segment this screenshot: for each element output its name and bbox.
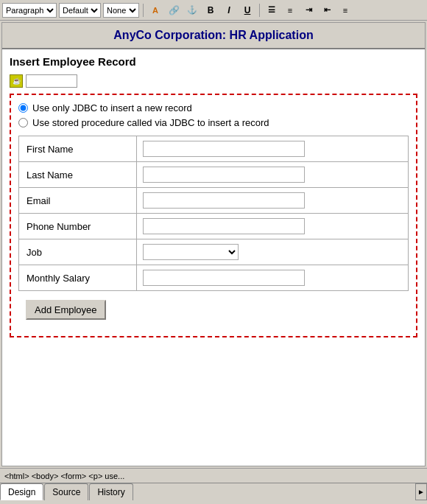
- table-row: First Name: [19, 136, 409, 162]
- paragraph-select[interactable]: Paragraph: [2, 3, 57, 18]
- first-name-label: First Name: [19, 136, 137, 162]
- highlight-btn[interactable]: A: [147, 3, 163, 18]
- email-input[interactable]: [143, 192, 305, 209]
- outdent-btn[interactable]: ⇤: [319, 3, 335, 18]
- tab-history[interactable]: History: [89, 483, 133, 500]
- table-row: Last Name: [19, 162, 409, 188]
- radio-jdbc[interactable]: [18, 103, 28, 113]
- add-employee-button[interactable]: Add Employee: [26, 300, 106, 320]
- email-cell: [137, 188, 409, 214]
- usebean-input[interactable]: [26, 74, 77, 88]
- salary-cell: [137, 265, 409, 291]
- add-btn-row: Add Employee: [18, 291, 409, 329]
- dashed-content-box: Use only JDBC to insert a new record Use…: [10, 94, 417, 337]
- italic-btn[interactable]: I: [221, 3, 237, 18]
- status-path: <html> <body> <form> <p> use...: [4, 472, 124, 480]
- tab-scroll-arrow[interactable]: ►: [415, 483, 427, 500]
- main-area: AnyCo Corporation: HR Application Insert…: [1, 22, 426, 466]
- radio-group: Use only JDBC to insert a new record Use…: [18, 102, 409, 128]
- job-cell: [137, 239, 409, 265]
- radio-jdbc-label[interactable]: Use only JDBC to insert a new record: [18, 102, 409, 113]
- separator-2: [259, 4, 260, 17]
- last-name-cell: [137, 162, 409, 188]
- usebean-icon: ☕: [10, 74, 23, 88]
- phone-label: Phone Number: [19, 214, 137, 239]
- underline-btn[interactable]: U: [239, 3, 255, 18]
- toolbar: Paragraph Default None A 🔗 ⚓ B I U ☰ ≡ ⇥…: [0, 0, 427, 21]
- last-name-label: Last Name: [19, 162, 137, 188]
- job-select[interactable]: [143, 244, 239, 260]
- job-label: Job: [19, 239, 137, 265]
- phone-cell: [137, 214, 409, 239]
- usebean-bar: ☕: [2, 71, 425, 91]
- bottom-tabs: Design Source History ►: [0, 483, 427, 500]
- table-row: Email: [19, 188, 409, 214]
- phone-input[interactable]: [143, 218, 305, 234]
- app-header: AnyCo Corporation: HR Application: [2, 23, 425, 49]
- indent-btn[interactable]: ⇥: [300, 3, 317, 18]
- tab-spacer: [134, 483, 415, 500]
- last-name-input[interactable]: [143, 167, 305, 183]
- status-bar: <html> <body> <form> <p> use...: [0, 468, 427, 483]
- separator-1: [143, 4, 144, 17]
- first-name-cell: [137, 136, 409, 162]
- ul-btn[interactable]: ≡: [282, 3, 298, 18]
- radio-stored-proc[interactable]: [18, 118, 28, 127]
- email-label: Email: [19, 188, 137, 214]
- tab-design[interactable]: Design: [0, 483, 43, 500]
- tab-source[interactable]: Source: [44, 483, 88, 500]
- table-row: Phone Number: [19, 214, 409, 239]
- radio-jdbc-text: Use only JDBC to insert a new record: [32, 102, 192, 113]
- salary-input[interactable]: [143, 270, 305, 286]
- align-btn[interactable]: ≡: [337, 3, 353, 18]
- radio-stored-proc-text: Use stored procedure called via JDBC to …: [32, 117, 269, 128]
- table-row: Monthly Salary: [19, 265, 409, 291]
- table-row: Job: [19, 239, 409, 265]
- none-select[interactable]: None: [103, 3, 139, 18]
- bold-btn[interactable]: B: [202, 3, 219, 18]
- employee-form-table: First Name Last Name Email: [18, 136, 409, 291]
- app-title: AnyCo Corporation: HR Application: [113, 29, 313, 41]
- radio-stored-proc-label[interactable]: Use stored procedure called via JDBC to …: [18, 117, 409, 128]
- anchor-btn[interactable]: ⚓: [184, 3, 200, 18]
- link-btn[interactable]: 🔗: [166, 3, 182, 18]
- first-name-input[interactable]: [143, 141, 305, 157]
- salary-label: Monthly Salary: [19, 265, 137, 291]
- ol-btn[interactable]: ☰: [264, 3, 280, 18]
- page-title: Insert Employee Record: [2, 49, 425, 71]
- default-select[interactable]: Default: [59, 3, 101, 18]
